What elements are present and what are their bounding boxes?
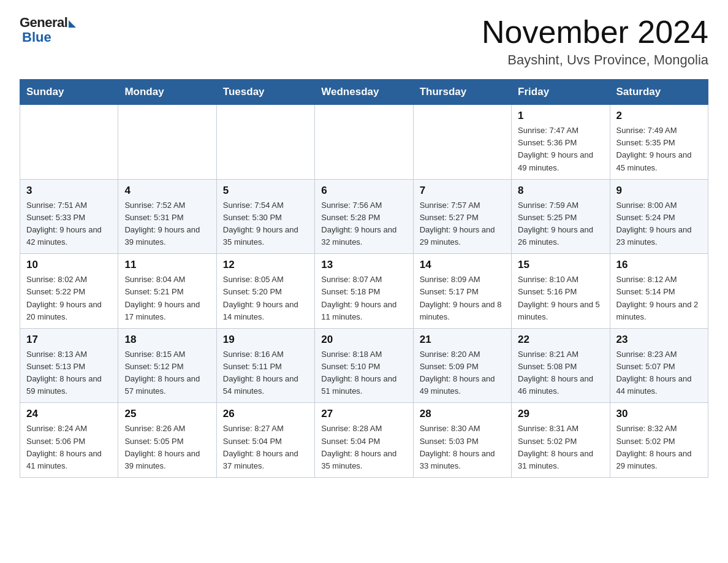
- day-number: 30: [616, 408, 702, 420]
- location-subtitle: Bayshint, Uvs Province, Mongolia: [482, 52, 708, 68]
- day-number: 23: [616, 334, 702, 346]
- calendar-cell: 3Sunrise: 7:51 AMSunset: 5:33 PMDaylight…: [20, 179, 118, 254]
- day-number: 26: [223, 408, 308, 420]
- calendar-cell: 27Sunrise: 8:28 AMSunset: 5:04 PMDayligh…: [315, 403, 413, 478]
- day-info: Sunrise: 8:15 AMSunset: 5:12 PMDaylight:…: [124, 348, 210, 398]
- calendar-cell: 12Sunrise: 8:05 AMSunset: 5:20 PMDayligh…: [216, 254, 314, 329]
- day-info: Sunrise: 8:24 AMSunset: 5:06 PMDaylight:…: [26, 423, 112, 472]
- logo-blue-text: Blue: [22, 29, 51, 45]
- day-number: 7: [420, 185, 505, 197]
- weekday-header-friday: Friday: [512, 80, 610, 105]
- calendar-cell: 29Sunrise: 8:31 AMSunset: 5:02 PMDayligh…: [512, 403, 610, 478]
- calendar-cell: 9Sunrise: 8:00 AMSunset: 5:24 PMDaylight…: [610, 179, 708, 254]
- calendar-cell: 24Sunrise: 8:24 AMSunset: 5:06 PMDayligh…: [20, 403, 118, 478]
- weekday-header-saturday: Saturday: [610, 80, 708, 105]
- calendar-cell: 17Sunrise: 8:13 AMSunset: 5:13 PMDayligh…: [20, 328, 118, 403]
- day-info: Sunrise: 8:02 AMSunset: 5:22 PMDaylight:…: [26, 274, 112, 323]
- day-number: 16: [616, 259, 702, 271]
- weekday-header-tuesday: Tuesday: [216, 80, 314, 105]
- calendar-cell: 19Sunrise: 8:16 AMSunset: 5:11 PMDayligh…: [216, 328, 314, 403]
- calendar-cell: 13Sunrise: 8:07 AMSunset: 5:18 PMDayligh…: [315, 254, 413, 329]
- calendar-cell: 28Sunrise: 8:30 AMSunset: 5:03 PMDayligh…: [413, 403, 511, 478]
- day-number: 5: [223, 185, 308, 197]
- day-info: Sunrise: 8:00 AMSunset: 5:24 PMDaylight:…: [616, 199, 702, 249]
- day-info: Sunrise: 7:49 AMSunset: 5:35 PMDaylight:…: [616, 124, 702, 174]
- day-number: 8: [518, 185, 603, 197]
- day-number: 28: [420, 408, 505, 420]
- calendar-cell: 22Sunrise: 8:21 AMSunset: 5:08 PMDayligh…: [512, 328, 610, 403]
- day-info: Sunrise: 7:52 AMSunset: 5:31 PMDaylight:…: [124, 199, 210, 249]
- day-info: Sunrise: 8:28 AMSunset: 5:04 PMDaylight:…: [321, 423, 406, 472]
- calendar-cell: [413, 105, 511, 180]
- day-number: 4: [124, 185, 210, 197]
- day-number: 25: [124, 408, 210, 420]
- calendar-cell: 25Sunrise: 8:26 AMSunset: 5:05 PMDayligh…: [118, 403, 216, 478]
- calendar-cell: 2Sunrise: 7:49 AMSunset: 5:35 PMDaylight…: [610, 105, 708, 180]
- day-number: 15: [518, 259, 603, 271]
- day-info: Sunrise: 8:31 AMSunset: 5:02 PMDaylight:…: [518, 423, 603, 472]
- day-number: 29: [518, 408, 603, 420]
- day-info: Sunrise: 8:23 AMSunset: 5:07 PMDaylight:…: [616, 348, 702, 398]
- calendar-cell: [315, 105, 413, 180]
- day-info: Sunrise: 8:04 AMSunset: 5:21 PMDaylight:…: [124, 274, 210, 323]
- calendar-cell: 18Sunrise: 8:15 AMSunset: 5:12 PMDayligh…: [118, 328, 216, 403]
- day-info: Sunrise: 7:56 AMSunset: 5:28 PMDaylight:…: [321, 199, 406, 249]
- day-number: 6: [321, 185, 406, 197]
- calendar-header-row: SundayMondayTuesdayWednesdayThursdayFrid…: [20, 80, 708, 105]
- day-number: 9: [616, 185, 702, 197]
- calendar-cell: 16Sunrise: 8:12 AMSunset: 5:14 PMDayligh…: [610, 254, 708, 329]
- calendar-cell: [20, 105, 118, 180]
- day-number: 20: [321, 334, 406, 346]
- title-area: November 2024 Bayshint, Uvs Province, Mo…: [482, 15, 708, 68]
- calendar-cell: 1Sunrise: 7:47 AMSunset: 5:36 PMDaylight…: [512, 105, 610, 180]
- day-info: Sunrise: 8:16 AMSunset: 5:11 PMDaylight:…: [223, 348, 308, 398]
- logo-triangle-icon: [69, 20, 76, 28]
- logo: General Blue: [20, 15, 76, 45]
- day-info: Sunrise: 8:27 AMSunset: 5:04 PMDaylight:…: [223, 423, 308, 472]
- calendar-cell: 4Sunrise: 7:52 AMSunset: 5:31 PMDaylight…: [118, 179, 216, 254]
- calendar-cell: 8Sunrise: 7:59 AMSunset: 5:25 PMDaylight…: [512, 179, 610, 254]
- day-info: Sunrise: 8:13 AMSunset: 5:13 PMDaylight:…: [26, 348, 112, 398]
- day-number: 2: [616, 110, 702, 122]
- calendar-cell: 6Sunrise: 7:56 AMSunset: 5:28 PMDaylight…: [315, 179, 413, 254]
- day-info: Sunrise: 7:51 AMSunset: 5:33 PMDaylight:…: [26, 199, 112, 249]
- weekday-header-sunday: Sunday: [20, 80, 118, 105]
- day-info: Sunrise: 8:21 AMSunset: 5:08 PMDaylight:…: [518, 348, 603, 398]
- day-info: Sunrise: 8:32 AMSunset: 5:02 PMDaylight:…: [616, 423, 702, 472]
- day-info: Sunrise: 8:30 AMSunset: 5:03 PMDaylight:…: [420, 423, 505, 472]
- month-title: November 2024: [482, 15, 708, 50]
- day-number: 19: [223, 334, 308, 346]
- day-number: 13: [321, 259, 406, 271]
- calendar-week-row: 1Sunrise: 7:47 AMSunset: 5:36 PMDaylight…: [20, 105, 708, 180]
- calendar-week-row: 3Sunrise: 7:51 AMSunset: 5:33 PMDaylight…: [20, 179, 708, 254]
- day-number: 1: [518, 110, 603, 122]
- day-info: Sunrise: 7:59 AMSunset: 5:25 PMDaylight:…: [518, 199, 603, 249]
- day-info: Sunrise: 7:54 AMSunset: 5:30 PMDaylight:…: [223, 199, 308, 249]
- calendar-cell: 26Sunrise: 8:27 AMSunset: 5:04 PMDayligh…: [216, 403, 314, 478]
- day-info: Sunrise: 8:18 AMSunset: 5:10 PMDaylight:…: [321, 348, 406, 398]
- calendar-cell: 11Sunrise: 8:04 AMSunset: 5:21 PMDayligh…: [118, 254, 216, 329]
- day-info: Sunrise: 7:47 AMSunset: 5:36 PMDaylight:…: [518, 124, 603, 174]
- calendar-cell: 30Sunrise: 8:32 AMSunset: 5:02 PMDayligh…: [610, 403, 708, 478]
- day-info: Sunrise: 8:09 AMSunset: 5:17 PMDaylight:…: [420, 274, 505, 323]
- day-info: Sunrise: 8:10 AMSunset: 5:16 PMDaylight:…: [518, 274, 603, 323]
- page-header: General Blue November 2024 Bayshint, Uvs…: [20, 15, 708, 68]
- calendar-cell: 10Sunrise: 8:02 AMSunset: 5:22 PMDayligh…: [20, 254, 118, 329]
- calendar-cell: 14Sunrise: 8:09 AMSunset: 5:17 PMDayligh…: [413, 254, 511, 329]
- calendar-cell: 21Sunrise: 8:20 AMSunset: 5:09 PMDayligh…: [413, 328, 511, 403]
- day-number: 18: [124, 334, 210, 346]
- calendar-week-row: 24Sunrise: 8:24 AMSunset: 5:06 PMDayligh…: [20, 403, 708, 478]
- calendar-week-row: 10Sunrise: 8:02 AMSunset: 5:22 PMDayligh…: [20, 254, 708, 329]
- day-number: 27: [321, 408, 406, 420]
- calendar-cell: 15Sunrise: 8:10 AMSunset: 5:16 PMDayligh…: [512, 254, 610, 329]
- weekday-header-wednesday: Wednesday: [315, 80, 413, 105]
- day-info: Sunrise: 8:07 AMSunset: 5:18 PMDaylight:…: [321, 274, 406, 323]
- day-number: 14: [420, 259, 505, 271]
- calendar-cell: 5Sunrise: 7:54 AMSunset: 5:30 PMDaylight…: [216, 179, 314, 254]
- day-info: Sunrise: 8:05 AMSunset: 5:20 PMDaylight:…: [223, 274, 308, 323]
- calendar-cell: [216, 105, 314, 180]
- day-number: 11: [124, 259, 210, 271]
- day-info: Sunrise: 8:20 AMSunset: 5:09 PMDaylight:…: [420, 348, 505, 398]
- day-info: Sunrise: 8:26 AMSunset: 5:05 PMDaylight:…: [124, 423, 210, 472]
- calendar-cell: 20Sunrise: 8:18 AMSunset: 5:10 PMDayligh…: [315, 328, 413, 403]
